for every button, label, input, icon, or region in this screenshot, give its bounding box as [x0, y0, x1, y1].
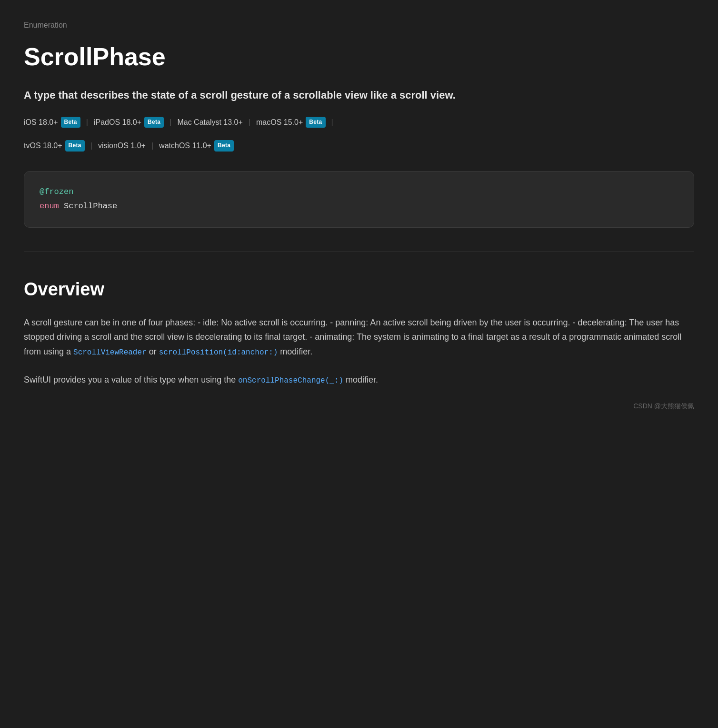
separator-3: |	[249, 116, 250, 129]
platform-visionos: visionOS 1.0+	[98, 140, 146, 152]
description: A type that describes the state of a scr…	[24, 88, 694, 103]
enum-keyword: enum	[40, 202, 59, 211]
overview-text-part2: SwiftUI provides you a value of this typ…	[24, 375, 238, 384]
overview-text-modifier1: modifier.	[278, 347, 312, 356]
code-line-frozen: @frozen	[40, 185, 678, 200]
separator-5: |	[90, 140, 92, 152]
code-line-enum: enum ScrollPhase	[40, 199, 678, 214]
ios-beta-badge: Beta	[61, 117, 80, 128]
platform-ios: iOS 18.0+ Beta	[24, 116, 80, 129]
macos-beta-badge: Beta	[306, 117, 325, 128]
on-scroll-phase-change-link[interactable]: onScrollPhaseChange(_:)	[238, 376, 343, 385]
overview-text-or: or	[147, 347, 159, 356]
overview-paragraph-2: SwiftUI provides you a value of this typ…	[24, 373, 694, 387]
watermark: CSDN @大熊猫侯佩	[24, 401, 694, 411]
platform-mac-catalyst-label: Mac Catalyst 13.0+	[177, 116, 242, 129]
platform-ipados: iPadOS 18.0+ Beta	[94, 116, 164, 129]
overview-title: Overview	[24, 275, 694, 304]
separator-6: |	[151, 140, 153, 152]
scroll-view-reader-link[interactable]: ScrollViewReader	[73, 348, 147, 357]
separator-2: |	[170, 116, 171, 129]
section-divider	[24, 252, 694, 252]
enum-typename: ScrollPhase	[59, 202, 117, 211]
platform-list-row2: tvOS 18.0+ Beta | visionOS 1.0+ | watchO…	[24, 140, 694, 152]
page-title: ScrollPhase	[24, 37, 694, 77]
frozen-attribute: @frozen	[40, 187, 73, 196]
tvos-beta-badge: Beta	[65, 140, 85, 151]
platform-watchos: watchOS 11.0+ Beta	[159, 140, 234, 152]
platform-ios-label: iOS 18.0+	[24, 116, 58, 129]
separator-4: |	[331, 116, 333, 129]
platform-tvos-label: tvOS 18.0+	[24, 140, 62, 152]
scroll-position-link[interactable]: scrollPosition(id:anchor:)	[159, 348, 278, 357]
code-block: @frozen enum ScrollPhase	[24, 171, 694, 228]
platform-macos-label: macOS 15.0+	[256, 116, 303, 129]
platform-tvos-item: tvOS 18.0+ Beta	[24, 140, 85, 152]
platform-watchos-label: watchOS 11.0+	[159, 140, 211, 152]
enumeration-label: Enumeration	[24, 19, 694, 31]
overview-paragraph-1: A scroll gesture can be in one of four p…	[24, 315, 694, 359]
platform-list: iOS 18.0+ Beta | iPadOS 18.0+ Beta | Mac…	[24, 116, 694, 134]
overview-text-modifier2: modifier.	[343, 375, 378, 384]
platform-mac-catalyst: Mac Catalyst 13.0+	[177, 116, 242, 129]
ipados-beta-badge: Beta	[144, 117, 164, 128]
platform-ipados-label: iPadOS 18.0+	[94, 116, 141, 129]
platform-macos: macOS 15.0+ Beta	[256, 116, 326, 129]
platform-visionos-label: visionOS 1.0+	[98, 140, 146, 152]
separator-1: |	[86, 116, 88, 129]
watchos-beta-badge: Beta	[214, 140, 234, 151]
